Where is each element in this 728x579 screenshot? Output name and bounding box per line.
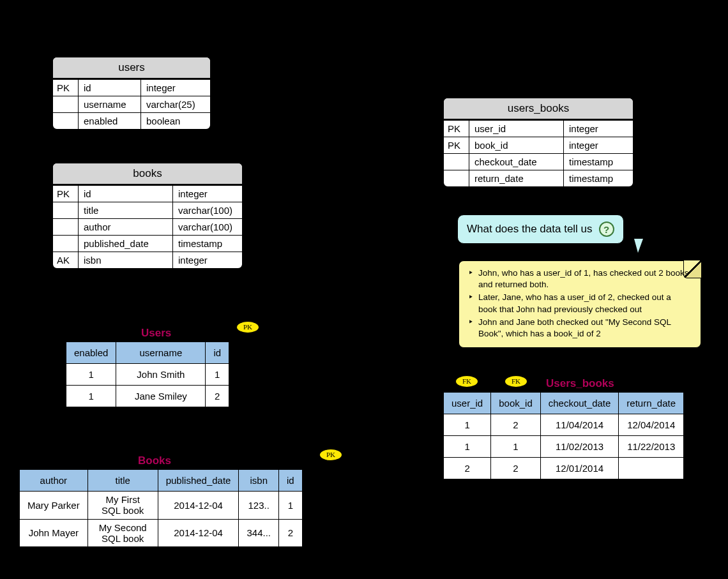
table-row: John Mayer My Second SQL book 2014-12-04… xyxy=(20,519,303,547)
cell: 2 xyxy=(444,458,491,479)
name-col: checkout_date xyxy=(469,154,564,170)
key-col: PK xyxy=(53,80,79,96)
col-header: checkout_date xyxy=(540,393,619,414)
col-header: title xyxy=(87,470,158,492)
key-col xyxy=(53,236,79,252)
key-col xyxy=(444,154,469,170)
cell: 1 xyxy=(206,364,229,386)
data-table-users: enabled username id 1 John Smith 1 1 Jan… xyxy=(66,342,229,407)
key-col xyxy=(53,96,79,112)
col-header: return_date xyxy=(619,393,684,414)
key-col xyxy=(53,202,79,218)
cell: 11/04/2014 xyxy=(540,414,619,436)
cell: 1 xyxy=(444,414,491,436)
cell: Jane Smiley xyxy=(116,386,206,407)
schema-title: books xyxy=(53,163,242,185)
name-col: return_date xyxy=(469,170,564,186)
cell: My First SQL book xyxy=(87,492,158,520)
cell: 11/22/2013 xyxy=(619,436,684,458)
cell: 1 xyxy=(66,364,116,386)
key-col: PK xyxy=(444,137,469,153)
cell xyxy=(619,458,684,479)
name-col: user_id xyxy=(469,121,564,137)
col-header: user_id xyxy=(444,393,491,414)
key-col xyxy=(53,113,79,129)
question-icon: ? xyxy=(599,222,614,237)
table-row: 2 2 12/01/2014 xyxy=(444,458,684,479)
name-col: id xyxy=(79,80,141,96)
cell: 12/01/2014 xyxy=(540,458,619,479)
table-row: Mary Parker My First SQL book 2014-12-04… xyxy=(20,492,303,520)
schema-table-users-books: users_books PKuser_idinteger PKbook_idin… xyxy=(443,97,634,188)
name-col: author xyxy=(79,219,173,235)
cell: 344... xyxy=(239,519,279,547)
schema-table-books: books PKidinteger titlevarchar(100) auth… xyxy=(52,162,243,269)
cell: 12/04/2014 xyxy=(619,414,684,436)
name-col: id xyxy=(79,186,173,202)
type-col: timestamp xyxy=(564,154,633,170)
cell: 1 xyxy=(66,386,116,407)
cell: 2014-12-04 xyxy=(158,519,239,547)
name-col: enabled xyxy=(79,113,141,129)
data-table-books: author title published_date isbn id Mary… xyxy=(19,469,303,547)
note-item: John and Jane both checked out "My Secon… xyxy=(477,317,692,340)
cell: 2 xyxy=(491,458,541,479)
schema-table-users: users PKidinteger usernamevarchar(25) en… xyxy=(52,56,211,130)
type-col: varchar(100) xyxy=(173,202,242,218)
name-col: book_id xyxy=(469,137,564,153)
sticky-note: John, who has a user_id of 1, has checke… xyxy=(459,260,701,348)
type-col: integer xyxy=(173,252,242,268)
table-caption-users: Users xyxy=(141,327,171,340)
callout-bubble: What does the data tell us ? xyxy=(457,214,624,244)
name-col: isbn xyxy=(79,252,173,268)
note-item: Later, Jane, who has a user_id of 2, che… xyxy=(477,292,692,315)
type-col: boolean xyxy=(141,113,210,129)
type-col: varchar(25) xyxy=(141,96,210,112)
col-header: id xyxy=(278,470,302,492)
data-table-users-books: user_id book_id checkout_date return_dat… xyxy=(443,392,684,479)
type-col: timestamp xyxy=(173,236,242,252)
col-header: username xyxy=(116,342,206,364)
cell: 2 xyxy=(278,519,302,547)
table-row: 1 2 11/04/2014 12/04/2014 xyxy=(444,414,684,436)
name-col: title xyxy=(79,202,173,218)
col-header: book_id xyxy=(491,393,541,414)
col-header: author xyxy=(20,470,88,492)
fk-badge: FK xyxy=(504,375,527,387)
col-header: enabled xyxy=(66,342,116,364)
cell: 1 xyxy=(278,492,302,520)
cell: 2 xyxy=(491,414,541,436)
cell: Mary Parker xyxy=(20,492,88,520)
cell: 2014-12-04 xyxy=(158,492,239,520)
key-col: PK xyxy=(444,121,469,137)
pk-badge: PK xyxy=(319,449,342,461)
col-header: published_date xyxy=(158,470,239,492)
cell: 1 xyxy=(444,436,491,458)
type-col: varchar(100) xyxy=(173,219,242,235)
col-header: isbn xyxy=(239,470,279,492)
type-col: integer xyxy=(564,121,633,137)
cell: My Second SQL book xyxy=(87,519,158,547)
name-col: username xyxy=(79,96,141,112)
cell: 1 xyxy=(491,436,541,458)
type-col: integer xyxy=(564,137,633,153)
key-col: PK xyxy=(53,186,79,202)
key-col: AK xyxy=(53,252,79,268)
cell: John Mayer xyxy=(20,519,88,547)
schema-title: users xyxy=(53,57,210,79)
cell: 11/02/2013 xyxy=(540,436,619,458)
table-row: 1 1 11/02/2013 11/22/2013 xyxy=(444,436,684,458)
col-header: id xyxy=(206,342,229,364)
note-item: John, who has a user_id of 1, has checke… xyxy=(477,267,692,290)
table-row: 1 Jane Smiley 2 xyxy=(66,386,229,407)
cell: 123.. xyxy=(239,492,279,520)
callout-text: What does the data tell us xyxy=(467,223,593,236)
key-col xyxy=(444,170,469,186)
key-col xyxy=(53,219,79,235)
fk-badge: FK xyxy=(455,375,478,387)
pk-badge: PK xyxy=(236,321,259,333)
type-col: timestamp xyxy=(564,170,633,186)
cell: John Smith xyxy=(116,364,206,386)
table-row: 1 John Smith 1 xyxy=(66,364,229,386)
table-caption-users-books: Users_books xyxy=(546,377,614,390)
